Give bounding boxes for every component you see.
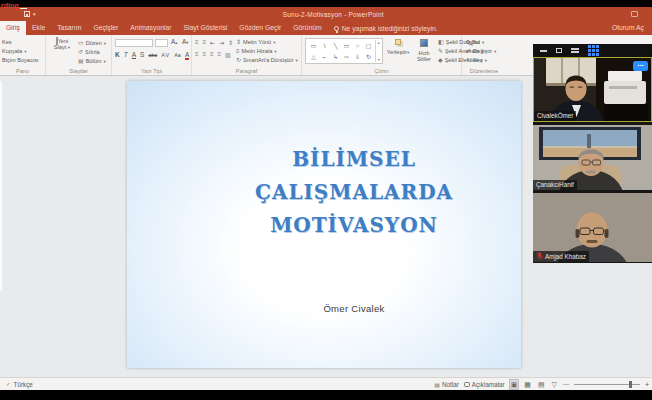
line-spacing-icon[interactable]: ⇕: [228, 39, 233, 46]
speaker-view-icon[interactable]: [556, 48, 562, 53]
normal-view-button[interactable]: ▣: [510, 380, 519, 389]
tab-slayt-gosterisi[interactable]: Slayt Gösterisi: [178, 21, 234, 35]
shape-line-icon[interactable]: ∖: [323, 42, 327, 49]
group-label-clipboard: Pano: [0, 68, 45, 74]
copy-button[interactable]: Kopyala▾: [2, 48, 26, 54]
save-icon[interactable]: [24, 11, 30, 17]
slide-sorter-view-button[interactable]: ▦: [523, 380, 532, 389]
search-icon: [466, 40, 470, 44]
italic-button[interactable]: T: [124, 51, 128, 58]
change-case-button[interactable]: Aa: [174, 52, 181, 58]
shape-triangle-icon[interactable]: △: [311, 53, 316, 60]
window-title: Sunu-2-Motivasyon - PowerPoint: [36, 11, 631, 18]
status-bar: ✓ Türkçe ▤ Notlar Açıklamalar ▣ ▦ ▤ ▽ — …: [0, 377, 652, 390]
reset-button[interactable]: ↺ Sıfırla: [78, 49, 100, 55]
thumbnail-pane-edge[interactable]: [0, 81, 2, 291]
shape-arrow-right-icon[interactable]: ⇨: [344, 53, 349, 60]
bold-button[interactable]: K: [115, 51, 120, 58]
bullets-icon[interactable]: ≡: [195, 39, 199, 46]
tile-more-button[interactable]: ...: [633, 61, 648, 71]
shape-arrow-down-icon[interactable]: ⇩: [355, 53, 360, 60]
slideshow-button[interactable]: ▽: [551, 380, 558, 389]
align-left-icon[interactable]: ≡: [195, 51, 199, 58]
font-name-combo[interactable]: [115, 39, 153, 47]
shape-elbow-icon[interactable]: ↳: [333, 53, 338, 60]
tab-animasyonlar[interactable]: Animasyonlar: [124, 21, 177, 35]
quick-styles-button[interactable]: Hızlı Stiller: [411, 39, 437, 62]
shrink-font-button[interactable]: A▾: [182, 38, 189, 45]
powerpoint-titlebar: ▾ Sunu-2-Motivasyon - PowerPoint: [0, 7, 652, 21]
shape-arrow-line-icon[interactable]: ╲: [334, 42, 338, 49]
tab-gozden-gecir[interactable]: Gözden Geçir: [233, 21, 287, 35]
font-color-button[interactable]: A: [185, 51, 189, 60]
increase-indent-icon[interactable]: ⇥: [219, 39, 224, 46]
zoom-out-button[interactable]: —: [563, 381, 569, 387]
find-button[interactable]: Bul: [466, 39, 480, 45]
tab-gorunum[interactable]: Görünüm: [287, 21, 327, 35]
language-indicator[interactable]: ✓ Türkçe: [6, 381, 33, 388]
columns-icon[interactable]: ▥: [225, 51, 231, 58]
character-spacing-button[interactable]: AV: [161, 52, 170, 58]
slide-canvas[interactable]: BİLİMSEL ÇALIŞMALARDA MOTİVASYON Ömer Ci…: [127, 81, 521, 368]
shape-oval-icon[interactable]: ○: [356, 43, 360, 49]
cut-button[interactable]: Kes: [2, 39, 12, 45]
ribbon-tab-bar: Giriş Ekle Tasarım Geçişler Animasyonlar…: [0, 21, 652, 35]
tell-me-label: Ne yapmak istediğinizi söyleyin.: [342, 25, 438, 32]
gallery-view-icon[interactable]: [588, 45, 599, 56]
chevron-down-icon: ▾: [24, 49, 26, 54]
align-right-icon[interactable]: ≡: [210, 51, 214, 58]
grow-font-button[interactable]: A▴: [171, 38, 178, 45]
align-text-button[interactable]: ≡ Metin Hizala▾: [236, 48, 277, 54]
tab-ekle[interactable]: Ekle: [26, 21, 51, 35]
text-direction-icon: ⇕: [236, 39, 241, 45]
tab-giris[interactable]: Giriş: [0, 21, 26, 35]
notes-button[interactable]: ▤ Notlar: [434, 381, 458, 388]
decrease-indent-icon[interactable]: ⇤: [210, 39, 215, 46]
sign-in-button[interactable]: Oturum Aç: [604, 21, 652, 35]
font-size-combo[interactable]: [155, 39, 168, 47]
convert-smartart-button[interactable]: ↻ SmartArt'a Dönüştür▾: [236, 57, 298, 63]
tell-me-box[interactable]: Ne yapmak istediğinizi söyleyin.: [328, 21, 444, 35]
zoom-slider-thumb[interactable]: [629, 381, 632, 388]
video-tile-canakci[interactable]: ÇanakcıHanif: [533, 125, 652, 190]
shape-rectangle-icon[interactable]: ▭: [311, 42, 317, 49]
slide-title-textbox[interactable]: BİLİMSEL ÇALIŞMALARDA MOTİVASYON: [187, 143, 521, 242]
align-text-icon: ≡: [236, 48, 240, 54]
text-shadow-button[interactable]: S: [140, 51, 144, 58]
shape-rectangle2-icon[interactable]: ▭: [344, 42, 350, 49]
strikethrough-button[interactable]: abc: [148, 52, 157, 58]
shape-fill-icon: ◧: [438, 39, 444, 45]
tab-tasarim[interactable]: Tasarım: [51, 21, 87, 35]
replace-button[interactable]: ⇄ Değiştir▾: [466, 48, 496, 54]
align-center-icon[interactable]: ≡: [203, 51, 207, 58]
underline-button[interactable]: A: [132, 51, 136, 58]
shape-rounded-rect-icon[interactable]: ▢: [366, 42, 372, 49]
format-painter-button[interactable]: Biçim Boyacısı: [2, 57, 39, 63]
filmstrip-view-icon[interactable]: [571, 48, 579, 53]
select-button[interactable]: ↖ Seç▾: [466, 57, 487, 63]
shape-angle-icon[interactable]: ⌐: [323, 54, 327, 60]
video-tile-civalek[interactable]: ... CivalekÖmer: [533, 57, 652, 122]
layout-button[interactable]: ▭ Düzen▾: [78, 40, 106, 46]
shape-circular-arrow-icon[interactable]: ↻: [366, 53, 371, 60]
ribbon-options-icon[interactable]: [631, 11, 638, 17]
justify-icon[interactable]: ≡: [218, 51, 222, 58]
section-button[interactable]: ▤ Bölüm▾: [78, 58, 106, 64]
group-slides: Yeni Slayt ▾ ▭ Düzen▾ ↺ Sıfırla ▤ Bölüm▾…: [46, 35, 112, 75]
text-direction-button[interactable]: ⇕ Metin Yönü▾: [236, 39, 276, 45]
shapes-gallery[interactable]: ▭ ∖ ╲ ▭ ○ ▢ △ ⌐ ↳ ⇨ ⇩ ↻ ▴▾: [305, 38, 383, 64]
arrange-button[interactable]: Yerleştir▾: [386, 39, 410, 56]
video-tile-khabaz[interactable]: Amjad Khabaz: [533, 193, 652, 262]
reading-view-button[interactable]: ▤: [537, 380, 546, 389]
participant-name-tag: CivalekÖmer: [534, 111, 576, 121]
comments-button[interactable]: Açıklamalar: [464, 381, 505, 388]
zoom-in-button[interactable]: +: [645, 381, 649, 388]
minimize-icon[interactable]: [540, 50, 547, 52]
new-slide-button[interactable]: Yeni Slayt ▾: [49, 38, 75, 51]
zoom-slider[interactable]: [574, 384, 640, 385]
reset-icon: ↺: [78, 49, 83, 55]
slide-author-textbox[interactable]: Ömer Civalek: [187, 303, 521, 314]
numbering-icon[interactable]: ≡: [203, 39, 207, 46]
shapes-gallery-scrollbar[interactable]: ▴▾: [375, 40, 381, 62]
tab-gecisler[interactable]: Geçişler: [87, 21, 124, 35]
